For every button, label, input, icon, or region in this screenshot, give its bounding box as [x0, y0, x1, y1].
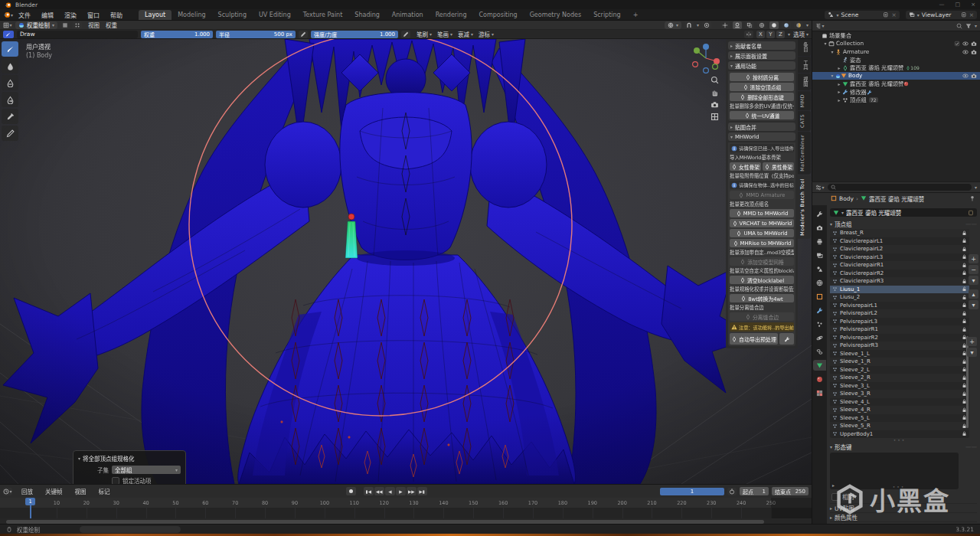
- new-scene-icon[interactable]: [883, 11, 889, 18]
- play-button[interactable]: ▶: [396, 487, 406, 495]
- lock-icon[interactable]: [962, 254, 967, 260]
- search-icon[interactable]: [956, 23, 962, 29]
- panel-header-贴图合并[interactable]: ▸贴图合并: [728, 123, 795, 131]
- sidebar-tab-mmd[interactable]: MMD: [798, 91, 811, 110]
- snap-toggle[interactable]: [684, 21, 694, 29]
- lock-active-checkbox[interactable]: [112, 477, 119, 485]
- sidebar-tab-matcombiner[interactable]: MatCombiner: [798, 132, 811, 175]
- panel-header-MHWorld[interactable]: ▾MHWorld: [728, 132, 795, 141]
- strength-slider[interactable]: 强度/力度1.000: [311, 31, 398, 38]
- sidebar-tab-modeler's-batch-tool[interactable]: Modeler's Batch Tool: [798, 175, 811, 239]
- camera-icon[interactable]: [971, 48, 977, 55]
- lock-icon[interactable]: [962, 431, 967, 437]
- frame-start-field[interactable]: 起点1: [740, 487, 769, 495]
- shading-material-button[interactable]: [782, 21, 791, 29]
- shape-keys-panel-header[interactable]: ▾形态键——: [830, 443, 977, 451]
- vertex-group-row-Sleeve_5_L[interactable]: Sleeve_5_L: [830, 414, 969, 423]
- properties-tab-material[interactable]: [813, 374, 826, 384]
- lock-icon[interactable]: [962, 326, 967, 332]
- add-vertex-group-button[interactable]: +: [969, 254, 978, 263]
- vertex-group-row-Liusu_1[interactable]: Liusu_1: [830, 286, 969, 294]
- transform-orientation-dropdown[interactable]: ▾: [665, 21, 681, 29]
- vertex-groups-panel-header[interactable]: ▾顶点组——: [830, 220, 977, 228]
- npanel-button-VRCHAT to MHWorld[interactable]: VRCHAT to MHWorld: [730, 219, 794, 227]
- expand-open-icon[interactable]: ▾: [829, 73, 835, 78]
- tool-draw-brush[interactable]: [2, 41, 18, 57]
- mirror-dropdown-icon[interactable]: ▾: [788, 31, 790, 37]
- next-keyframe-button[interactable]: ▶▶: [407, 487, 416, 495]
- npanel-button-男性骨架[interactable]: 男性骨架: [763, 162, 794, 171]
- outliner-filter-caret-icon[interactable]: ▾: [975, 23, 977, 28]
- brush-preview-swatch[interactable]: [3, 31, 14, 38]
- lock-icon[interactable]: [962, 262, 967, 268]
- blender-menu-icon[interactable]: [3, 11, 11, 18]
- expand-closed-icon[interactable]: ▸: [836, 89, 842, 94]
- brush-selector[interactable]: Draw: [17, 31, 138, 38]
- vertex-group-specials-button[interactable]: ▾: [969, 276, 978, 285]
- vertex-group-row-ClaviclerepairL2[interactable]: ClaviclerepairL2: [830, 245, 969, 253]
- lock-open-icon[interactable]: [962, 294, 967, 300]
- shading-rendered-button[interactable]: [794, 21, 803, 29]
- strength-pressure-toggle[interactable]: [401, 31, 410, 38]
- workspace-tab-geometry-nodes[interactable]: Geometry Nodes: [524, 10, 587, 20]
- eye-icon[interactable]: [962, 72, 969, 79]
- radius-slider[interactable]: 半径500 px: [216, 31, 296, 38]
- workspace-tab-modeling[interactable]: Modeling: [172, 10, 211, 20]
- eye-icon[interactable]: [962, 40, 969, 47]
- menu-渲染[interactable]: 渲染: [59, 9, 82, 21]
- jump-end-button[interactable]: ▶▮: [417, 487, 427, 495]
- properties-tab-physics[interactable]: [813, 332, 826, 343]
- properties-tab-scene[interactable]: [813, 263, 826, 274]
- paint-mask-face-toggle[interactable]: [60, 21, 70, 29]
- mirror-y-toggle[interactable]: Y: [766, 31, 775, 38]
- record-button[interactable]: [346, 487, 356, 495]
- properties-tab-output[interactable]: [813, 236, 826, 247]
- npanel-button-MMD to MHWorld[interactable]: MMD to MHWorld: [730, 209, 794, 217]
- vertex-group-row-PelvisrepairR3[interactable]: PelvisrepairR3: [830, 342, 969, 350]
- expand-closed-icon[interactable]: ▸: [836, 65, 842, 70]
- workspace-tab-shading[interactable]: Shading: [348, 10, 386, 20]
- vertex-group-row-PelvisrepairR2[interactable]: PelvisrepairR2: [830, 334, 969, 342]
- lock-open-icon[interactable]: [962, 286, 967, 293]
- proportional-editing-toggle[interactable]: [702, 21, 711, 29]
- workspace-tab-layout[interactable]: Layout: [139, 10, 172, 20]
- expand-open-icon[interactable]: ▾: [822, 41, 828, 46]
- shading-wireframe-button[interactable]: [757, 21, 766, 29]
- npanel-button-清除空顶点组[interactable]: 清除空顶点组: [730, 83, 794, 91]
- vertex-group-row-Sleeve_1_L[interactable]: Sleeve_1_L: [830, 350, 969, 358]
- pin-icon[interactable]: [969, 195, 975, 201]
- lock-icon[interactable]: [962, 246, 967, 252]
- mode-selector[interactable]: 权重绘制 ▾: [15, 21, 57, 29]
- npanel-button-settings[interactable]: [779, 333, 794, 345]
- vertex-group-row-ClaviclerepairL1[interactable]: ClaviclerepairL1: [830, 237, 969, 246]
- outliner-row-姿态[interactable]: 姿态: [812, 56, 980, 64]
- timeline-menu-标记[interactable]: 标记: [96, 487, 113, 495]
- data-name-field[interactable]: ▾ 露西亚 鎏焰 光耀颂赞: [830, 208, 977, 217]
- lock-icon[interactable]: [962, 310, 967, 316]
- eye-icon[interactable]: [962, 48, 969, 55]
- expand-open-icon[interactable]: ▾: [829, 49, 835, 54]
- outliner-row-Armature[interactable]: ▾Armature: [812, 47, 980, 56]
- timeline-ruler[interactable]: 1020304050607080901001101201301401501601…: [0, 498, 812, 508]
- xray-toggle[interactable]: [745, 21, 754, 29]
- show-overlays-toggle[interactable]: [733, 21, 742, 29]
- add-shape-key-button[interactable]: +: [967, 337, 977, 346]
- properties-tab-world[interactable]: [813, 277, 826, 288]
- properties-tab-render[interactable]: [813, 222, 826, 233]
- panel-header-UV贴图[interactable]: ▸UV贴图: [830, 503, 977, 512]
- properties-tab-object-data[interactable]: [813, 360, 826, 371]
- vertex-group-row-PelvisrepairL3[interactable]: PelvisrepairL3: [830, 318, 969, 326]
- menu-窗口[interactable]: 窗口: [82, 9, 105, 21]
- camera-icon[interactable]: [971, 72, 977, 79]
- use-preview-range-toggle[interactable]: [727, 488, 737, 495]
- npanel-button-删除全部形态键[interactable]: 删除全部形态键: [730, 93, 794, 101]
- editor-type-button[interactable]: ▾: [3, 21, 12, 29]
- outliner-row-修改器[interactable]: ▸修改器: [812, 88, 980, 96]
- checkbox-icon[interactable]: [954, 40, 960, 47]
- menu-文件[interactable]: 文件: [13, 9, 36, 21]
- expand-closed-icon[interactable]: ▸: [836, 81, 842, 87]
- vertex-group-row-Sleeve_2_R[interactable]: Sleeve_2_R: [830, 374, 969, 382]
- properties-tab-object[interactable]: [813, 291, 826, 302]
- panel-header-法向[interactable]: ▸法向: [830, 521, 977, 524]
- properties-search-input[interactable]: [828, 184, 972, 191]
